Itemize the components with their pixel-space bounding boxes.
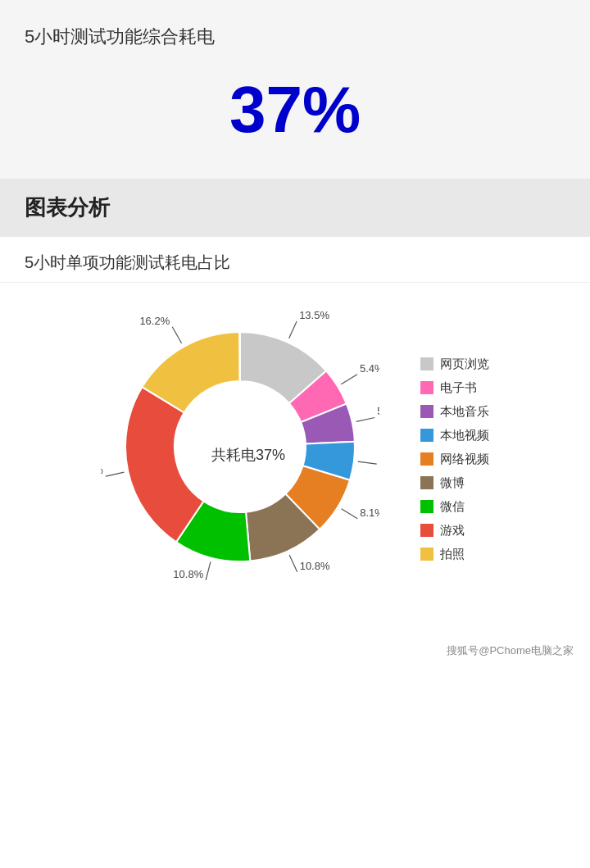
svg-text:13.5%: 13.5% [299, 309, 329, 321]
legend-color-box [420, 357, 433, 370]
legend-item: 网页浏览 [420, 357, 489, 372]
legend-label: 微博 [440, 475, 465, 491]
legend-item: 网络视频 [420, 452, 489, 467]
legend-item: 本地视频 [420, 428, 489, 443]
big-percent: 37% [25, 74, 565, 146]
top-title: 5小时测试功能综合耗电 [25, 25, 565, 49]
sub-title: 5小时单项功能测试耗电占比 [25, 253, 230, 271]
top-section: 5小时测试功能综合耗电 37% [0, 0, 590, 179]
svg-line-0 [172, 327, 181, 343]
svg-line-16 [106, 472, 124, 476]
legend-item: 电子书 [420, 380, 489, 396]
sub-title-section: 5小时单项功能测试耗电占比 [0, 237, 590, 283]
legend-color-box [420, 381, 433, 394]
svg-line-14 [206, 561, 211, 579]
svg-text:16.2%: 16.2% [139, 315, 170, 327]
legend-color-box [420, 476, 433, 489]
svg-line-4 [341, 375, 357, 384]
donut-center-label: 共耗电37% [211, 445, 285, 465]
chart-header: 图表分析 [0, 179, 590, 237]
footer: 搜狐号@PChome电脑之家 [0, 635, 590, 666]
legend-item: 拍照 [420, 547, 489, 562]
legend-color-box [420, 524, 433, 537]
legend-color-box [420, 405, 433, 418]
legend-color-box [420, 452, 433, 466]
footer-text: 搜狐号@PChome电脑之家 [447, 644, 574, 657]
donut-wrapper: 16.2%13.5%5.4%5.4%5.4%8.1%10.8%10.8%24.3… [101, 307, 396, 602]
svg-text:8.1%: 8.1% [360, 507, 379, 519]
svg-line-2 [289, 321, 297, 339]
legend-label: 本地音乐 [440, 404, 489, 420]
legend-item: 微博 [420, 475, 489, 491]
legend-color-box [420, 548, 433, 561]
legend-label: 游戏 [440, 523, 465, 539]
svg-line-8 [358, 461, 377, 464]
legend-color-box [420, 429, 433, 442]
legend-item: 微信 [420, 499, 489, 515]
legend-label: 网络视频 [440, 452, 489, 467]
chart-header-title: 图表分析 [25, 195, 110, 220]
svg-text:10.8%: 10.8% [300, 560, 330, 572]
legend-label: 网页浏览 [440, 357, 489, 372]
svg-text:5.4%: 5.4% [377, 405, 379, 417]
chart-section: 16.2%13.5%5.4%5.4%5.4%8.1%10.8%10.8%24.3… [0, 283, 590, 635]
svg-text:5.4%: 5.4% [360, 362, 379, 375]
legend-label: 微信 [440, 499, 465, 515]
legend-label: 电子书 [440, 380, 477, 396]
svg-text:10.8%: 10.8% [173, 568, 203, 580]
legend-label: 拍照 [440, 547, 465, 562]
svg-line-10 [342, 509, 358, 519]
svg-line-6 [356, 417, 374, 421]
legend-item: 本地音乐 [420, 404, 489, 420]
svg-text:24.3%: 24.3% [101, 464, 103, 476]
legend-item: 游戏 [420, 523, 489, 539]
legend: 网页浏览电子书本地音乐本地视频网络视频微博微信游戏拍照 [420, 357, 489, 562]
legend-label: 本地视频 [440, 428, 489, 443]
svg-line-12 [289, 555, 297, 572]
legend-color-box [420, 500, 433, 513]
